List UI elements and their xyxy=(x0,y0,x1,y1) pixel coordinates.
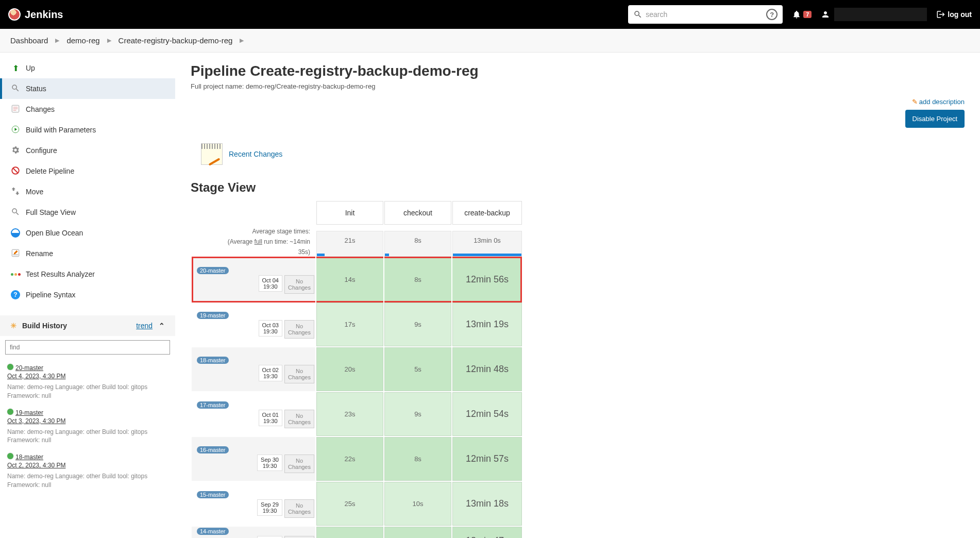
sidebar-item-rename[interactable]: Rename xyxy=(0,243,175,264)
chevron-right-icon: ▶ xyxy=(107,37,111,44)
run-badge: 15-master xyxy=(197,491,229,498)
build-entry[interactable]: 20-masterOct 4, 2023, 4:30 PMName: demo-… xyxy=(5,361,170,406)
stage-cell-init[interactable]: 23s xyxy=(316,392,383,436)
breadcrumb-dashboard[interactable]: Dashboard xyxy=(10,36,48,45)
build-name[interactable]: 19-master xyxy=(15,409,43,416)
bell-icon xyxy=(792,9,801,20)
stage-cell-backup[interactable]: 12min 47s xyxy=(452,527,522,538)
build-desc: Name: demo-reg Language: other Build too… xyxy=(7,383,168,400)
stage-cell-init[interactable]: 17s xyxy=(316,302,383,346)
sidebar-item-open-blue-ocean[interactable]: Open Blue Ocean xyxy=(0,223,175,243)
build-entry[interactable]: 19-masterOct 3, 2023, 4:30 PMName: demo-… xyxy=(5,406,170,450)
chevron-up-icon[interactable]: ⌃ xyxy=(159,322,165,330)
chevron-right-icon: ▶ xyxy=(55,37,59,44)
jenkins-logo[interactable]: Jenkins xyxy=(8,8,63,21)
search-input[interactable] xyxy=(646,10,763,19)
add-description-link[interactable]: ✎ add description xyxy=(912,98,965,106)
search-box[interactable]: ? xyxy=(628,5,783,24)
stage-cell-backup[interactable]: 13min 18s xyxy=(452,482,522,526)
stage-cell-init[interactable]: 25s xyxy=(316,482,383,526)
search-icon xyxy=(633,10,643,19)
stage-cell-backup[interactable]: 12min 48s xyxy=(452,347,522,391)
avg-full-runtime-label: (Average full run time: ~14min xyxy=(192,236,315,246)
stage-cell-checkout[interactable]: 9s xyxy=(384,302,451,346)
success-ball-icon xyxy=(7,409,13,415)
avg-row: Average stage times: (Average full run t… xyxy=(192,226,522,257)
stage-cell-init[interactable]: 22s xyxy=(316,437,383,481)
build-name[interactable]: 20-master xyxy=(15,364,43,372)
disable-project-button[interactable]: Disable Project xyxy=(905,110,965,128)
stage-cell-init[interactable]: 20s xyxy=(316,347,383,391)
sidebar-item-label: Up xyxy=(26,64,35,72)
stage-run-row[interactable]: 18-masterOct 0219:30NoChanges20s5s12min … xyxy=(192,347,522,391)
stage-cell-checkout[interactable]: 8s xyxy=(384,258,451,301)
sidebar-item-move[interactable]: Move xyxy=(0,181,175,202)
sidebar-item-pipeline-syntax[interactable]: ?Pipeline Syntax xyxy=(0,284,175,305)
run-changes: NoChanges xyxy=(284,320,314,339)
build-find-input[interactable] xyxy=(5,340,170,355)
stage-run-row[interactable]: 20-masterOct 0419:30NoChanges14s8s12min … xyxy=(192,258,522,301)
stage-run-row[interactable]: 19-masterOct 0319:30NoChanges17s9s13min … xyxy=(192,302,522,346)
sidebar-item-changes[interactable]: Changes xyxy=(0,99,175,120)
stage-cell-checkout[interactable]: 9s xyxy=(384,392,451,436)
stage-run-row[interactable]: 15-masterSep 2919:30NoChanges25s10s13min… xyxy=(192,482,522,526)
stage-cell-backup[interactable]: 12min 54s xyxy=(452,392,522,436)
run-changes: NoChanges xyxy=(284,536,314,538)
build-date[interactable]: Oct 3, 2023, 4:30 PM xyxy=(7,417,168,425)
breadcrumb-job[interactable]: Create-registry-backup-demo-reg xyxy=(119,36,233,45)
sidebar-item-label: Open Blue Ocean xyxy=(26,229,83,237)
build-desc: Name: demo-reg Language: other Build too… xyxy=(7,428,168,445)
run-badge: 14-master xyxy=(197,528,229,535)
build-name[interactable]: 18-master xyxy=(15,453,43,461)
stage-cell-checkout[interactable]: 5s xyxy=(384,347,451,391)
full-project-name: Full project name: demo-reg/Create-regis… xyxy=(191,82,965,90)
stage-cell-backup[interactable]: 12min 56s xyxy=(452,258,522,301)
success-ball-icon xyxy=(7,364,13,370)
stage-cell-checkout[interactable]: 7s xyxy=(384,527,451,538)
brand-text: Jenkins xyxy=(25,9,63,21)
logout-link[interactable]: log out xyxy=(936,10,972,19)
sidebar-item-label: Changes xyxy=(26,105,55,113)
sidebar-item-full-stage-view[interactable]: Full Stage View xyxy=(0,202,175,223)
sidebar-item-build-with-parameters[interactable]: Build with Parameters xyxy=(0,120,175,140)
notifications[interactable]: 7 xyxy=(792,9,812,20)
build-date[interactable]: Oct 4, 2023, 4:30 PM xyxy=(7,373,168,380)
magnify-icon xyxy=(11,207,20,218)
build-date[interactable]: Oct 2, 2023, 4:30 PM xyxy=(7,462,168,469)
stage-cell-init[interactable]: 14s xyxy=(316,258,383,301)
breadcrumb-demo-reg[interactable]: demo-reg xyxy=(66,36,99,45)
stage-header-checkout: checkout xyxy=(384,201,451,225)
build-desc: Name: demo-reg Language: other Build too… xyxy=(7,472,168,490)
sidebar-item-configure[interactable]: Configure xyxy=(0,140,175,161)
gear-icon xyxy=(11,145,20,156)
stage-run-row[interactable]: 16-masterSep 3019:30NoChanges22s8s12min … xyxy=(192,437,522,481)
run-date: Oct 0319:30 xyxy=(259,320,282,337)
stage-header-row: Init checkout create-backup xyxy=(192,201,522,225)
stage-cell-init[interactable]: 29s xyxy=(316,527,383,538)
edit-icon: ✎ xyxy=(912,98,918,106)
stage-cell-checkout[interactable]: 8s xyxy=(384,437,451,481)
help-icon[interactable]: ? xyxy=(766,9,778,20)
stage-run-row[interactable]: 17-masterOct 0119:30NoChanges23s9s12min … xyxy=(192,392,522,436)
sidebar-item-test-results-analyzer[interactable]: Test Results Analyzer xyxy=(0,264,175,284)
user-menu[interactable] xyxy=(821,8,927,21)
trend-link[interactable]: trend xyxy=(136,322,153,330)
stage-cell-backup[interactable]: 13min 19s xyxy=(452,302,522,346)
stage-cell-checkout[interactable]: 10s xyxy=(384,482,451,526)
blue-ocean-icon xyxy=(11,228,20,238)
arrow-up-icon: ⬆ xyxy=(12,63,19,73)
stage-cell-backup[interactable]: 12min 57s xyxy=(452,437,522,481)
jenkins-mascot-icon xyxy=(8,8,21,21)
build-history-header: ☀ Build History trend ⌃ xyxy=(0,315,175,336)
sidebar-item-up[interactable]: ⬆Up xyxy=(0,58,175,78)
avg-backup: 13min 0s xyxy=(453,231,521,244)
chevron-right-icon: ▶ xyxy=(240,37,244,44)
sidebar-item-delete-pipeline[interactable]: Delete Pipeline xyxy=(0,161,175,181)
build-list: 20-masterOct 4, 2023, 4:30 PMName: demo-… xyxy=(0,359,175,497)
sidebar-item-status[interactable]: Status xyxy=(0,78,175,99)
stage-run-row[interactable]: 14-masterSep 28NoChanges29s7s12min 47s xyxy=(192,527,522,538)
avg-stage-times-label: Average stage times: xyxy=(192,226,315,236)
recent-changes-link[interactable]: Recent Changes xyxy=(229,150,282,158)
build-entry[interactable]: 18-masterOct 2, 2023, 4:30 PMName: demo-… xyxy=(5,450,170,495)
sidebar-item-label: Status xyxy=(26,85,46,93)
